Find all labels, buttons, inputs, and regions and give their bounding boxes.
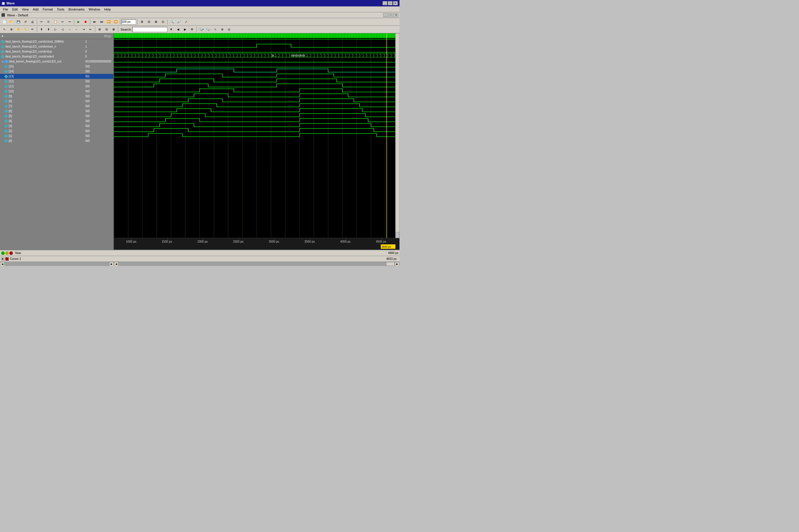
menu-bookmarks[interactable]: Bookmarks	[66, 7, 86, 12]
wire-icon	[4, 124, 8, 128]
tb2-measure[interactable]: 📏	[22, 26, 28, 33]
menu-view[interactable]: View	[20, 7, 31, 12]
tb-new[interactable]: 📄	[1, 19, 7, 25]
tb2-zoom-sel2[interactable]: ⊕	[219, 26, 225, 33]
signal-row[interactable]: [11] St0	[0, 84, 113, 89]
search-next[interactable]: ▶	[182, 26, 188, 33]
hscroll-right-btn[interactable]: ▶	[109, 262, 114, 266]
signal-row[interactable]: [10] St0	[0, 89, 113, 94]
tb2-step-b[interactable]: ◁	[59, 26, 66, 33]
wave-minimize-btn[interactable]: _	[383, 13, 388, 17]
signal-row[interactable]: /test_bench_flowingLED_comb/stop 0	[0, 49, 113, 54]
tb2-edge-f[interactable]: →	[66, 26, 73, 33]
menu-format[interactable]: Format	[41, 7, 55, 12]
signal-row[interactable]: ▼ /test_bench_flowingLED_comb/LED_out 00…	[0, 59, 113, 64]
hscroll-left-btn[interactable]: ◀	[0, 262, 5, 266]
tb2-zoom-sel[interactable]: ⊕	[8, 26, 15, 33]
signal-row[interactable]: [14] St0	[0, 69, 113, 74]
signal-row[interactable]: /test_bench_flowingLED_comb/reset_n 1	[0, 44, 113, 49]
tb2-grp3[interactable]: ⊠	[110, 26, 117, 33]
tb2-cursor[interactable]: ↖	[1, 26, 7, 33]
title-bar-controls[interactable]: _ □ ✕	[383, 1, 398, 5]
tb2-zoom-cur[interactable]: ◎	[226, 26, 232, 33]
signal-row[interactable]: [0] St0	[0, 138, 113, 144]
hscroll-wave-left-btn[interactable]: ◀	[114, 262, 118, 266]
cursor-icon-1[interactable]: ▶	[1, 257, 5, 261]
tb2-end[interactable]: ⇥	[80, 26, 87, 33]
tb-redo[interactable]: ↪	[66, 19, 73, 25]
signal-row[interactable]: [5] St0	[0, 114, 113, 118]
tb2-down[interactable]: ⬇	[45, 26, 52, 33]
search-input[interactable]	[132, 27, 167, 32]
signal-row[interactable]: [6] St0	[0, 109, 113, 114]
signal-row[interactable]: [13] St1	[0, 74, 113, 79]
wave-panel[interactable]	[114, 33, 400, 250]
tb2-edge-b[interactable]: ←	[73, 26, 80, 33]
signal-row[interactable]: /test_bench_flowingLED_comb/clock_50MHz …	[0, 39, 113, 44]
tb2-pan[interactable]: ✋	[15, 26, 22, 33]
menu-window[interactable]: Window	[87, 7, 102, 12]
tb2-edit[interactable]: ✏	[29, 26, 36, 33]
menu-tools[interactable]: Tools	[55, 7, 66, 12]
expand-icon[interactable]: ▼	[1, 35, 4, 38]
signal-row[interactable]: [4] St0	[0, 118, 113, 124]
tb2-zoom-out[interactable]: 🔍-	[205, 26, 211, 33]
search-dropdown[interactable]: ▼	[168, 26, 174, 33]
signal-row[interactable]: [3] St0	[0, 124, 113, 129]
signal-row[interactable]: [1] St0	[0, 133, 113, 138]
tb2-zoom-in[interactable]: 🔍+	[198, 26, 205, 33]
tb-refresh[interactable]: ↺	[22, 19, 28, 25]
tb-save[interactable]: 💾	[15, 19, 22, 25]
tb-w1[interactable]: ⊞	[139, 19, 145, 25]
expand-icon[interactable]: ▼	[1, 60, 4, 63]
tb2-up[interactable]: ⬆	[38, 26, 45, 33]
tb-copy[interactable]: ⎘	[45, 19, 52, 25]
tb-sim4[interactable]: ⏪	[112, 19, 119, 25]
close-button[interactable]: ✕	[393, 1, 398, 5]
tb-stop[interactable]: ⏹	[82, 19, 89, 25]
tb2-start[interactable]: ⇤	[87, 26, 94, 33]
hscroll[interactable]: ◀ ▶ ◀ ▶	[0, 262, 400, 266]
hscroll-wave-right-btn[interactable]: ▶	[395, 262, 400, 266]
tb-print[interactable]: 🖨	[29, 19, 36, 25]
wave-close-btn[interactable]: ✕	[394, 13, 398, 17]
wire-icon	[1, 44, 5, 49]
search-prev[interactable]: ◀	[175, 26, 182, 33]
tb-undo[interactable]: ↩	[59, 19, 66, 25]
menu-edit[interactable]: Edit	[11, 7, 20, 12]
tb-w3[interactable]: ⊠	[153, 19, 159, 25]
minimize-button[interactable]: _	[383, 1, 387, 5]
tb-zoom2[interactable]: 🔎	[176, 19, 182, 25]
tb-sim1[interactable]: ⏭	[91, 19, 98, 25]
tb-w4[interactable]: ⊡	[160, 19, 166, 25]
tb-sim2[interactable]: ⏮	[98, 19, 105, 25]
wave-maximize-btn[interactable]: □	[388, 13, 393, 17]
tb-w2[interactable]: ⊟	[146, 19, 152, 25]
tb-run[interactable]: ▶	[75, 19, 82, 25]
tb-open[interactable]: 📂	[8, 19, 15, 25]
tb-zoom3[interactable]: ⤢	[183, 19, 189, 25]
tb2-step-f[interactable]: ▷	[52, 26, 59, 33]
search-options[interactable]: ⚙	[189, 26, 195, 33]
signal-row[interactable]: [7] St0	[0, 104, 113, 109]
tb2-grp1[interactable]: ⊞	[96, 26, 103, 33]
waveform-canvas[interactable]	[114, 33, 400, 250]
tb2-grp2[interactable]: ⊟	[103, 26, 110, 33]
signal-row[interactable]: [15] St0	[0, 64, 113, 69]
signal-row[interactable]: [2] St0	[0, 129, 113, 133]
menu-add[interactable]: Add	[31, 7, 40, 12]
tb-zoom1[interactable]: 🔍	[169, 19, 175, 25]
signal-row[interactable]: /test_bench_flowingLED_comb/select 0	[0, 54, 113, 59]
tb-paste[interactable]: 📋	[52, 19, 59, 25]
tb-cut[interactable]: ✂	[38, 19, 45, 25]
menu-file[interactable]: File	[1, 7, 10, 12]
tb-sim3[interactable]: ⏩	[106, 19, 112, 25]
time-input[interactable]	[121, 19, 136, 24]
signal-row[interactable]: [8] St0	[0, 99, 113, 104]
signal-row[interactable]: [9] St0	[0, 94, 113, 99]
maximize-button[interactable]: □	[388, 1, 393, 5]
menu-help[interactable]: Help	[102, 7, 113, 12]
signal-row[interactable]: [12] St0	[0, 79, 113, 84]
tb2-zoom-fit[interactable]: ⤡	[212, 26, 218, 33]
hscroll-wave-track[interactable]	[118, 262, 395, 266]
